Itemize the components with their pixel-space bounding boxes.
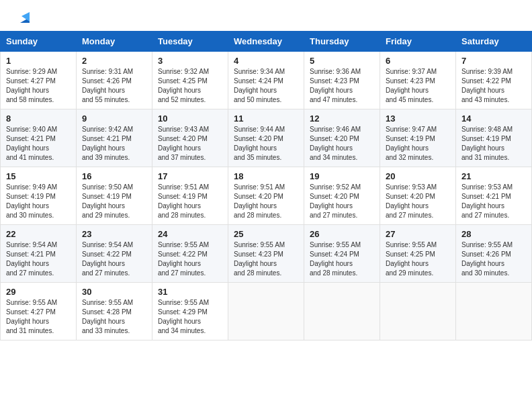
calendar-cell: 7 Sunrise: 9:39 AMSunset: 4:22 PMDayligh…	[456, 52, 532, 109]
day-info: Sunrise: 9:44 AMSunset: 4:20 PMDaylight …	[234, 126, 285, 161]
calendar-header-tuesday: Tuesday	[152, 32, 228, 52]
day-info: Sunrise: 9:49 AMSunset: 4:19 PMDaylight …	[6, 183, 57, 219]
calendar-cell: 14 Sunrise: 9:48 AMSunset: 4:19 PMDaylig…	[456, 109, 532, 167]
day-info: Sunrise: 9:55 AMSunset: 4:23 PMDaylight …	[234, 241, 285, 277]
day-number: 9	[82, 113, 146, 124]
day-number: 30	[82, 287, 146, 297]
calendar-cell: 10 Sunrise: 9:43 AMSunset: 4:20 PMDaylig…	[152, 109, 228, 167]
calendar-table: SundayMondayTuesdayWednesdayThursdayFrid…	[0, 31, 532, 340]
day-number: 20	[386, 171, 450, 181]
day-info: Sunrise: 9:37 AMSunset: 4:23 PMDaylight …	[386, 68, 437, 103]
day-info: Sunrise: 9:55 AMSunset: 4:28 PMDaylight …	[82, 299, 133, 334]
day-number: 7	[461, 56, 526, 66]
day-info: Sunrise: 9:47 AMSunset: 4:19 PMDaylight …	[386, 126, 437, 161]
calendar-cell: 31 Sunrise: 9:55 AMSunset: 4:29 PMDaylig…	[152, 283, 228, 340]
day-info: Sunrise: 9:51 AMSunset: 4:19 PMDaylight …	[158, 183, 209, 219]
day-number: 18	[234, 171, 298, 181]
day-info: Sunrise: 9:55 AMSunset: 4:25 PMDaylight …	[386, 241, 437, 277]
day-number: 1	[6, 56, 71, 66]
day-info: Sunrise: 9:34 AMSunset: 4:24 PMDaylight …	[234, 68, 285, 103]
calendar-cell: 18 Sunrise: 9:51 AMSunset: 4:20 PMDaylig…	[228, 167, 304, 225]
calendar-header-thursday: Thursday	[304, 32, 380, 52]
day-info: Sunrise: 9:31 AMSunset: 4:26 PMDaylight …	[82, 68, 133, 103]
calendar-cell: 11 Sunrise: 9:44 AMSunset: 4:20 PMDaylig…	[228, 109, 304, 167]
calendar-cell: 30 Sunrise: 9:55 AMSunset: 4:28 PMDaylig…	[77, 283, 152, 340]
day-info: Sunrise: 9:55 AMSunset: 4:26 PMDaylight …	[461, 241, 513, 277]
day-number: 3	[158, 56, 222, 66]
day-info: Sunrise: 9:54 AMSunset: 4:22 PMDaylight …	[82, 241, 133, 277]
day-info: Sunrise: 9:51 AMSunset: 4:20 PMDaylight …	[234, 183, 285, 219]
calendar-cell: 3 Sunrise: 9:32 AMSunset: 4:25 PMDayligh…	[152, 52, 228, 109]
calendar-header-sunday: Sunday	[1, 32, 77, 52]
day-number: 19	[310, 171, 374, 181]
day-info: Sunrise: 9:36 AMSunset: 4:23 PMDaylight …	[310, 68, 361, 103]
calendar-week-row: 22 Sunrise: 9:54 AMSunset: 4:21 PMDaylig…	[1, 225, 532, 283]
calendar-header-wednesday: Wednesday	[228, 32, 304, 52]
calendar-cell: 23 Sunrise: 9:54 AMSunset: 4:22 PMDaylig…	[77, 225, 152, 283]
day-info: Sunrise: 9:39 AMSunset: 4:22 PMDaylight …	[461, 68, 513, 103]
day-number: 31	[158, 287, 222, 297]
calendar-cell: 19 Sunrise: 9:52 AMSunset: 4:20 PMDaylig…	[304, 167, 380, 225]
day-info: Sunrise: 9:55 AMSunset: 4:29 PMDaylight …	[158, 299, 209, 334]
logo-icon	[17, 11, 32, 26]
calendar-week-row: 1 Sunrise: 9:29 AMSunset: 4:27 PMDayligh…	[1, 52, 532, 109]
day-number: 10	[158, 113, 222, 124]
calendar-cell	[380, 283, 456, 340]
day-info: Sunrise: 9:42 AMSunset: 4:21 PMDaylight …	[82, 126, 133, 161]
day-number: 14	[461, 113, 526, 124]
calendar-cell: 1 Sunrise: 9:29 AMSunset: 4:27 PMDayligh…	[1, 52, 77, 109]
day-number: 25	[234, 229, 298, 239]
calendar-cell: 21 Sunrise: 9:53 AMSunset: 4:21 PMDaylig…	[456, 167, 532, 225]
calendar-cell: 6 Sunrise: 9:37 AMSunset: 4:23 PMDayligh…	[380, 52, 456, 109]
calendar-cell: 27 Sunrise: 9:55 AMSunset: 4:25 PMDaylig…	[380, 225, 456, 283]
calendar-header-row: SundayMondayTuesdayWednesdayThursdayFrid…	[1, 32, 532, 52]
day-number: 13	[386, 113, 450, 124]
calendar-week-row: 8 Sunrise: 9:40 AMSunset: 4:21 PMDayligh…	[1, 109, 532, 167]
day-info: Sunrise: 9:55 AMSunset: 4:27 PMDaylight …	[6, 299, 57, 334]
day-number: 16	[82, 171, 146, 181]
day-number: 29	[6, 287, 71, 297]
calendar-week-row: 15 Sunrise: 9:49 AMSunset: 4:19 PMDaylig…	[1, 167, 532, 225]
day-number: 27	[386, 229, 450, 239]
day-info: Sunrise: 9:55 AMSunset: 4:22 PMDaylight …	[158, 241, 209, 277]
header	[0, 0, 532, 31]
day-info: Sunrise: 9:40 AMSunset: 4:21 PMDaylight …	[6, 126, 57, 161]
page: SundayMondayTuesdayWednesdayThursdayFrid…	[0, 0, 532, 411]
day-number: 28	[461, 229, 526, 239]
calendar-cell: 9 Sunrise: 9:42 AMSunset: 4:21 PMDayligh…	[77, 109, 152, 167]
calendar-cell: 16 Sunrise: 9:50 AMSunset: 4:19 PMDaylig…	[77, 167, 152, 225]
day-info: Sunrise: 9:43 AMSunset: 4:20 PMDaylight …	[158, 126, 209, 161]
day-info: Sunrise: 9:53 AMSunset: 4:21 PMDaylight …	[461, 183, 513, 219]
day-number: 11	[234, 113, 298, 124]
calendar-cell: 15 Sunrise: 9:49 AMSunset: 4:19 PMDaylig…	[1, 167, 77, 225]
day-info: Sunrise: 9:50 AMSunset: 4:19 PMDaylight …	[82, 183, 133, 219]
calendar-week-row: 29 Sunrise: 9:55 AMSunset: 4:27 PMDaylig…	[1, 283, 532, 340]
calendar-cell: 26 Sunrise: 9:55 AMSunset: 4:24 PMDaylig…	[304, 225, 380, 283]
day-number: 21	[461, 171, 526, 181]
logo	[16, 12, 32, 24]
calendar-cell: 22 Sunrise: 9:54 AMSunset: 4:21 PMDaylig…	[1, 225, 77, 283]
calendar-header-saturday: Saturday	[456, 32, 532, 52]
calendar-cell: 20 Sunrise: 9:53 AMSunset: 4:20 PMDaylig…	[380, 167, 456, 225]
calendar-cell: 2 Sunrise: 9:31 AMSunset: 4:26 PMDayligh…	[77, 52, 152, 109]
calendar-header-friday: Friday	[380, 32, 456, 52]
calendar-cell: 17 Sunrise: 9:51 AMSunset: 4:19 PMDaylig…	[152, 167, 228, 225]
calendar-cell: 25 Sunrise: 9:55 AMSunset: 4:23 PMDaylig…	[228, 225, 304, 283]
calendar-cell	[304, 283, 380, 340]
day-number: 24	[158, 229, 222, 239]
day-info: Sunrise: 9:52 AMSunset: 4:20 PMDaylight …	[310, 183, 361, 219]
day-info: Sunrise: 9:29 AMSunset: 4:27 PMDaylight …	[6, 68, 57, 103]
calendar-cell: 5 Sunrise: 9:36 AMSunset: 4:23 PMDayligh…	[304, 52, 380, 109]
day-info: Sunrise: 9:54 AMSunset: 4:21 PMDaylight …	[6, 241, 57, 277]
day-info: Sunrise: 9:46 AMSunset: 4:20 PMDaylight …	[310, 126, 361, 161]
day-number: 17	[158, 171, 222, 181]
day-number: 6	[386, 56, 450, 66]
calendar-cell	[228, 283, 304, 340]
calendar-cell: 24 Sunrise: 9:55 AMSunset: 4:22 PMDaylig…	[152, 225, 228, 283]
calendar-cell: 4 Sunrise: 9:34 AMSunset: 4:24 PMDayligh…	[228, 52, 304, 109]
calendar-cell: 13 Sunrise: 9:47 AMSunset: 4:19 PMDaylig…	[380, 109, 456, 167]
day-number: 15	[6, 171, 71, 181]
calendar-cell: 29 Sunrise: 9:55 AMSunset: 4:27 PMDaylig…	[1, 283, 77, 340]
calendar-cell: 12 Sunrise: 9:46 AMSunset: 4:20 PMDaylig…	[304, 109, 380, 167]
day-number: 23	[82, 229, 146, 239]
